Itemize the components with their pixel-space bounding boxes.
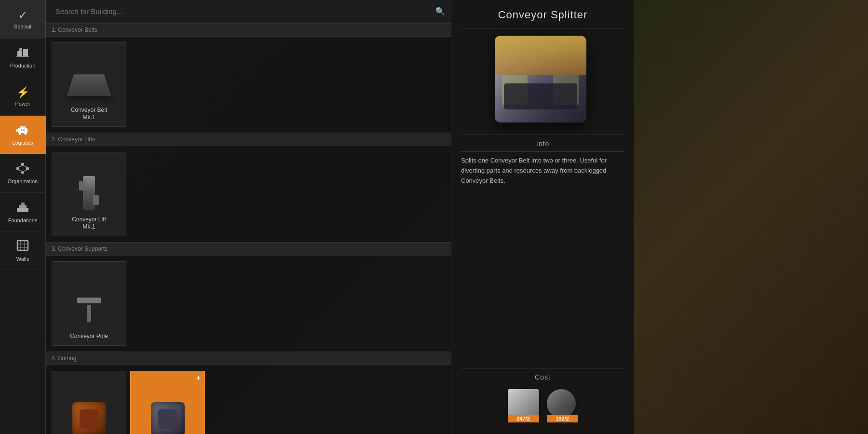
sidebar-label-organization: Organization <box>8 178 38 184</box>
cost-badge-iron-plate: 247/2 <box>508 415 539 422</box>
conveyor-merger-icon <box>70 400 108 434</box>
sidebar-item-walls[interactable]: Walls <box>0 231 46 270</box>
building-item-conveyor-belt-mk1[interactable]: Conveyor Belt Mk.1 <box>52 42 126 127</box>
svg-rect-13 <box>26 167 29 170</box>
section-header-sorting: 4. Sorting <box>46 352 451 365</box>
svg-rect-12 <box>16 167 19 170</box>
svg-rect-3 <box>19 48 22 51</box>
svg-rect-21 <box>21 203 25 205</box>
building-item-conveyor-merger[interactable]: Conveyor Merger <box>52 371 126 434</box>
search-input[interactable] <box>52 7 435 15</box>
sidebar-label-special: Special <box>14 24 31 29</box>
splitter-opening-right <box>553 75 579 105</box>
detail-title: Conveyor Splitter <box>451 0 634 28</box>
round-item-image: 192/2 <box>547 389 578 420</box>
svg-line-18 <box>23 170 27 172</box>
cost-items: 247/2 192/2 <box>451 385 634 424</box>
iron-plate-icon <box>508 389 539 416</box>
plus-icon: + <box>196 374 201 382</box>
section-items-sorting: Conveyor Merger + Conveyor Splitter <box>46 365 451 434</box>
search-icon: 🔍 <box>435 7 445 16</box>
sidebar-label-foundations: Foundations <box>8 217 38 223</box>
conveyor-splitter-icon <box>149 400 187 434</box>
svg-rect-20 <box>19 205 27 208</box>
section-header-conveyor-supports: 3. Conveyor Supports <box>46 242 451 256</box>
svg-rect-22 <box>17 241 28 250</box>
detail-info-label: Info <box>451 135 634 151</box>
sidebar-label-walls: Walls <box>16 256 29 262</box>
sidebar-item-organization[interactable]: Organization <box>0 154 46 193</box>
iron-plate-image: 247/2 <box>508 389 539 420</box>
detail-image-container <box>451 28 634 135</box>
foundations-icon <box>16 201 29 216</box>
splitter-opening-left <box>502 75 528 105</box>
svg-point-5 <box>19 132 21 135</box>
svg-rect-23 <box>20 241 21 250</box>
section-items-conveyor-supports: Conveyor Pole <box>46 256 451 352</box>
sidebar-item-foundations[interactable]: Foundations <box>0 193 46 231</box>
detail-cost-section: Cost 247/2 192/2 <box>451 368 634 434</box>
svg-rect-24 <box>24 241 25 250</box>
special-icon: ✓ <box>18 9 27 22</box>
svg-rect-8 <box>20 126 26 129</box>
svg-line-16 <box>23 165 27 167</box>
conveyor-belt-name: Conveyor Belt Mk.1 <box>71 107 107 122</box>
conveyor-lift-icon <box>70 174 108 212</box>
splitter-3d-image <box>495 36 591 127</box>
building-item-conveyor-lift-mk1[interactable]: Conveyor Lift Mk.1 <box>52 152 126 236</box>
svg-rect-10 <box>23 129 25 131</box>
svg-rect-2 <box>16 56 29 57</box>
sidebar-item-production[interactable]: Production <box>0 39 46 77</box>
conveyor-pole-name: Conveyor Pole <box>70 333 108 340</box>
svg-rect-9 <box>21 129 22 131</box>
detail-cost-label: Cost <box>451 368 634 385</box>
power-icon: ⚡ <box>16 86 29 99</box>
svg-line-17 <box>18 170 23 172</box>
section-items-conveyor-belts: Conveyor Belt Mk.1 <box>46 37 451 133</box>
sidebar-item-special[interactable]: ✓ Special <box>0 0 46 39</box>
svg-rect-26 <box>17 247 28 248</box>
splitter-3d-model <box>495 36 586 122</box>
building-panel: 🔍 1. Conveyor Belts Conveyor Belt Mk.1 2… <box>46 0 451 434</box>
round-item-icon <box>547 389 576 418</box>
sidebar-label-logistics: Logistics <box>13 140 33 146</box>
svg-rect-7 <box>16 129 19 132</box>
svg-rect-1 <box>23 49 28 57</box>
sidebar-label-power: Power <box>15 101 30 107</box>
svg-rect-14 <box>21 172 24 174</box>
svg-rect-25 <box>17 244 28 244</box>
svg-rect-11 <box>21 163 24 165</box>
cost-badge-round: 192/2 <box>547 415 578 422</box>
logistics-icon <box>16 124 29 138</box>
organization-icon <box>16 163 29 176</box>
svg-rect-19 <box>17 208 28 212</box>
cost-item-iron-plate: 247/2 <box>508 389 539 420</box>
svg-point-6 <box>25 132 27 135</box>
sidebar-item-logistics[interactable]: Logistics <box>0 116 46 154</box>
svg-line-15 <box>18 165 23 167</box>
section-header-conveyor-belts: 1. Conveyor Belts <box>46 23 451 37</box>
section-items-conveyor-lifts: Conveyor Lift Mk.1 <box>46 146 451 242</box>
conveyor-pole-icon <box>70 290 108 329</box>
building-list: 1. Conveyor Belts Conveyor Belt Mk.1 2. … <box>46 23 451 434</box>
section-header-conveyor-lifts: 2. Conveyor Lifts <box>46 133 451 146</box>
detail-description: Splits one Conveyor Belt into two or thr… <box>451 152 634 193</box>
detail-panel: Conveyor Splitter Info Splits one Convey… <box>451 0 634 434</box>
sidebar: ✓ Special Production ⚡ Power <box>0 0 46 434</box>
sidebar-label-production: Production <box>10 63 36 68</box>
sidebar-item-power[interactable]: ⚡ Power <box>0 77 46 116</box>
walls-icon <box>16 240 29 254</box>
game-world <box>634 0 868 434</box>
building-item-conveyor-splitter[interactable]: + Conveyor Splitter <box>130 371 205 434</box>
production-icon <box>16 47 29 61</box>
conveyor-lift-name: Conveyor Lift Mk.1 <box>72 216 106 231</box>
cost-item-round: 192/2 <box>547 389 578 420</box>
conveyor-belt-icon <box>70 64 108 103</box>
building-item-conveyor-pole[interactable]: Conveyor Pole <box>52 261 126 346</box>
search-bar: 🔍 <box>46 0 451 23</box>
